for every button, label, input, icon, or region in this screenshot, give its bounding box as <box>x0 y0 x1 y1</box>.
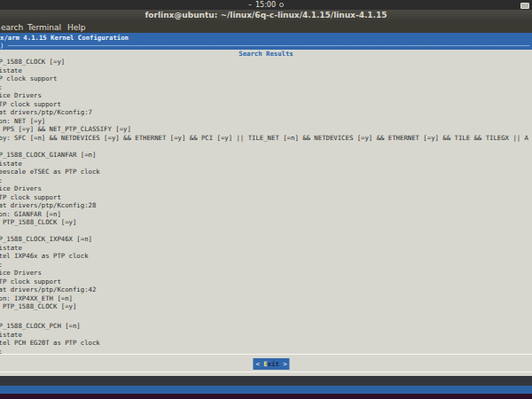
ncurses-backdrop: x/arm 4.1.15 Kernel Configuration ) ────… <box>0 33 532 50</box>
window-title: forlinx@ubuntu: ~/linux/6q-c-linux/4.1.1… <box>0 11 532 20</box>
search-result-ptp-1588-clock-gianfar: P_1588_CLOCK_GIANFAR [=n] istate eescale… <box>0 151 100 227</box>
search-results-title: Search Results <box>0 50 532 58</box>
dialog-bottom-line <box>0 372 532 372</box>
menu-help[interactable]: Help <box>67 23 86 32</box>
menuconfig-screen: x/arm 4.1.15 Kernel Configuration ) ────… <box>0 33 532 376</box>
panel-clock-area[interactable]: – 15:00 <box>0 0 532 10</box>
rule-dashes: ────────────────────────────────────────… <box>8 42 530 50</box>
search-result-ptp-1588-clock-pch: P_1588_CLOCK_PCH [=n] istate tel PCH EG2… <box>0 322 100 356</box>
search-result-ptp-1588-clock-ixp46x: P_1588_CLOCK_IXP46X [=n] istate tel IXP4… <box>0 235 96 311</box>
menu-search[interactable]: earch <box>1 23 23 32</box>
exit-button-close-bracket: > <box>279 360 287 368</box>
gear-icon <box>279 3 284 7</box>
desktop-wallpaper-strip <box>0 394 532 399</box>
search-result-ptp-1588-clock: P_1588_CLOCK [=y] istate P clock support… <box>0 58 528 142</box>
kernel-config-backtitle: x/arm 4.1.15 Kernel Configuration <box>0 34 129 42</box>
battery-icon[interactable] <box>520 3 529 9</box>
background-titlebar-strip <box>0 386 532 394</box>
terminal-titlebar: forlinx@ubuntu: ~/linux/6q-c-linux/4.1.1… <box>0 10 532 22</box>
backtitle-rule: ) ──────────────────────────────────────… <box>0 42 529 50</box>
menu-terminal[interactable]: Terminal <box>27 23 61 32</box>
terminal-menubar: earch Terminal Help <box>0 22 532 33</box>
exit-button[interactable]: < Exit > <box>253 358 289 370</box>
clock: 15:00 <box>255 1 276 9</box>
indicator-icon: – <box>248 0 252 10</box>
rule-prefix: ) <box>0 42 8 50</box>
background-window-strip <box>0 376 532 386</box>
exit-button-open-bracket: < <box>255 360 263 368</box>
desktop-top-panel: – 15:00 <box>0 0 532 10</box>
exit-button-label: xit <box>268 360 279 368</box>
button-separator-line <box>0 354 532 355</box>
